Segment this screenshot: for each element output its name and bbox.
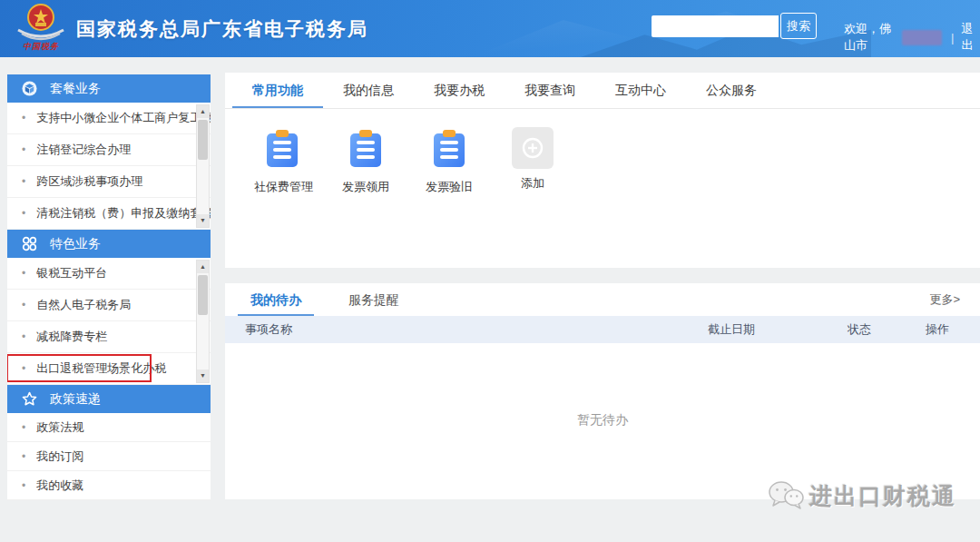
column-item-name: 事项名称	[245, 316, 292, 343]
tab-my-todo[interactable]: 我的待办	[238, 283, 314, 316]
sidebar-item-label: 清税注销税（费）申报及缴纳套餐	[36, 205, 211, 222]
sidebar-item-label: 跨区域涉税事项办理	[36, 173, 142, 190]
watermark-text: 进出口财税通	[809, 481, 956, 511]
sidebar-section-label: 套餐业务	[50, 81, 101, 97]
welcome-text: 欢迎，佛山市	[844, 21, 900, 54]
sidebar-item[interactable]: • 支持中小微企业个体工商户复工复产专栏	[7, 103, 211, 134]
sidebar-item[interactable]: • 银税互动平台	[7, 258, 211, 290]
sidebar-item-label: 我的订阅	[36, 448, 83, 465]
scroll-down-icon[interactable]: ▼	[197, 214, 209, 227]
tab-common-functions[interactable]: 常用功能	[232, 73, 323, 108]
sidebar-item-label: 政策法规	[36, 419, 83, 436]
sidebar-item[interactable]: • 我的收藏	[7, 471, 211, 500]
sidebar-list-featured: • 银税互动平台 • 自然人电子税务局 • 减税降费专栏 • 出口退税管理场景化…	[7, 258, 211, 385]
shortcut-invoice-verify[interactable]: 发票验旧	[421, 127, 477, 195]
shortcut-add[interactable]: 添加	[505, 127, 561, 195]
search-input[interactable]	[652, 15, 779, 37]
scroll-up-icon[interactable]: ▲	[197, 105, 209, 118]
scroll-up-icon[interactable]: ▲	[197, 261, 209, 273]
bullet-dot: •	[22, 299, 25, 311]
scroll-down-icon[interactable]: ▼	[197, 370, 209, 382]
sidebar-item[interactable]: • 我的订阅	[7, 442, 211, 471]
sidebar-section-featured[interactable]: 特色业务	[7, 230, 211, 258]
national-emblem-icon	[15, 3, 67, 41]
shortcut-social-insurance[interactable]: 社保费管理	[254, 127, 310, 195]
sidebar-scrollbar[interactable]: ▲ ▼	[196, 260, 210, 383]
search-button[interactable]: 搜索	[780, 13, 817, 39]
todo-tabbar: 我的待办 服务提醒 更多>	[225, 283, 980, 316]
shortcut-grid: 社保费管理 发票领用 发票验旧	[225, 109, 980, 195]
bullet-dot: •	[22, 421, 25, 434]
page-title: 国家税务总局广东省电子税务局	[76, 16, 368, 42]
sidebar-item-export-tax-rebate[interactable]: • 出口退税管理场景化办税	[7, 353, 211, 385]
shortcut-label: 发票验旧	[421, 179, 477, 195]
scrollbar-thumb[interactable]	[198, 275, 208, 315]
sidebar-scrollbar[interactable]: ▲ ▼	[196, 104, 210, 228]
sidebar-item[interactable]: • 注销登记综合办理	[7, 134, 211, 166]
star-icon	[22, 391, 37, 407]
bullet-dot: •	[22, 267, 25, 280]
sidebar-item-label: 减税降费专栏	[36, 329, 107, 345]
sidebar-item[interactable]: • 清税注销税（费）申报及缴纳套餐	[7, 198, 211, 230]
sidebar-list-policy: • 政策法规 • 我的订阅 • 我的收藏	[7, 413, 211, 500]
redacted-username	[902, 30, 942, 45]
todo-table-header: 事项名称 截止日期 状态 操作	[225, 316, 980, 343]
grid-circles-icon	[22, 236, 37, 251]
empty-state-text: 暂无待办	[225, 412, 980, 429]
shortcut-label: 添加	[505, 175, 561, 192]
sidebar-list-package: • 支持中小微企业个体工商户复工复产专栏 • 注销登记综合办理 • 跨区域涉税事…	[7, 103, 211, 230]
sidebar-item-label: 支持中小微企业个体工商户复工复产专栏	[36, 110, 211, 126]
sidebar-item-label: 自然人电子税务局	[36, 297, 131, 313]
sidebar-item-label: 出口退税管理场景化办税	[36, 360, 166, 377]
app-header: 中国税务 国家税务总局广东省电子税务局 搜索 欢迎，佛山市 | 退出	[0, 0, 980, 57]
shortcut-invoice-collect[interactable]: 发票领用	[338, 127, 394, 195]
bullet-dot: •	[22, 143, 25, 156]
sidebar-item[interactable]: • 减税降费专栏	[7, 321, 211, 353]
bullet-dot: •	[22, 112, 25, 124]
shortcut-label: 发票领用	[338, 179, 394, 195]
sidebar-item-label: 银税互动平台	[36, 265, 107, 281]
sidebar-section-label: 政策速递	[50, 391, 101, 408]
watermark: 进出口财税通	[768, 480, 956, 511]
sidebar-section-package[interactable]: 套餐业务	[7, 74, 211, 103]
tab-tax-handling[interactable]: 我要办税	[414, 73, 505, 108]
bullet-dot: •	[22, 330, 25, 343]
sidebar-item[interactable]: • 政策法规	[7, 413, 211, 442]
more-link[interactable]: 更多>	[929, 283, 960, 316]
main-functions-panel: 常用功能 我的信息 我要办税 我要查询 互动中心 公众服务 社保费管理	[225, 73, 980, 268]
clipboard-icon	[261, 127, 303, 169]
bullet-dot: •	[22, 175, 25, 188]
logout-button[interactable]: 退出	[961, 21, 980, 54]
welcome-area: 欢迎，佛山市 | 退出	[844, 21, 980, 54]
bullet-dot: •	[22, 362, 25, 375]
sidebar-item-label: 我的收藏	[36, 478, 83, 494]
todo-panel: 我的待办 服务提醒 更多> 事项名称 截止日期 状态 操作 暂无待办	[225, 283, 980, 499]
sidebar: 套餐业务 • 支持中小微企业个体工商户复工复产专栏 • 注销登记综合办理 • 跨…	[7, 74, 211, 500]
emblem-caption: 中国税务	[15, 41, 66, 53]
main-tabbar: 常用功能 我的信息 我要办税 我要查询 互动中心 公众服务	[225, 73, 980, 109]
column-operation: 操作	[926, 316, 949, 343]
clipboard-icon	[428, 127, 470, 169]
tab-inquiry[interactable]: 我要查询	[505, 73, 595, 108]
tab-my-info[interactable]: 我的信息	[323, 73, 414, 108]
sidebar-section-policy[interactable]: 政策速递	[7, 385, 211, 413]
add-card	[512, 127, 554, 169]
clipboard-icon	[345, 127, 387, 169]
scrollbar-thumb[interactable]	[198, 120, 208, 160]
tab-interaction-center[interactable]: 互动中心	[595, 73, 686, 108]
bullet-dot: •	[22, 207, 25, 220]
header-divider: |	[951, 31, 954, 44]
column-deadline: 截止日期	[708, 316, 755, 343]
tab-service-reminder[interactable]: 服务提醒	[336, 283, 412, 316]
sidebar-section-label: 特色业务	[50, 236, 101, 252]
sidebar-item[interactable]: • 自然人电子税务局	[7, 290, 211, 321]
cube-icon	[22, 81, 37, 96]
wechat-icon	[768, 480, 804, 511]
bullet-dot: •	[22, 450, 25, 463]
sidebar-item[interactable]: • 跨区域涉税事项办理	[7, 166, 211, 198]
sidebar-item-label: 注销登记综合办理	[36, 142, 131, 158]
column-status: 状态	[848, 316, 871, 343]
plus-circle-icon	[521, 136, 544, 160]
shortcut-label: 社保费管理	[254, 179, 310, 195]
tab-public-service[interactable]: 公众服务	[686, 73, 777, 108]
